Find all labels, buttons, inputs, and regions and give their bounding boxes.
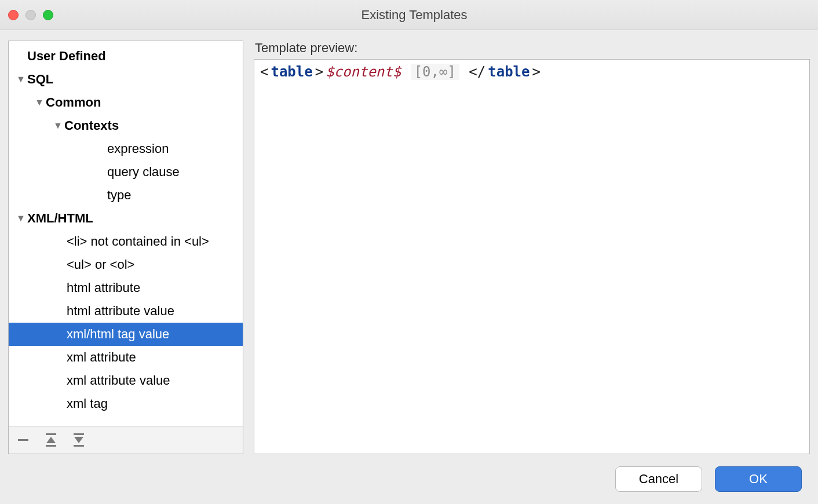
tree-label: SQL xyxy=(27,72,53,87)
collapse-all-icon[interactable] xyxy=(72,433,85,447)
ok-button[interactable]: OK xyxy=(715,466,802,492)
tree-label: query clause xyxy=(107,165,180,180)
window-title: Existing Templates xyxy=(19,8,810,23)
tree-item-sql[interactable]: ▼ SQL xyxy=(9,68,243,91)
tree-item-xml-html-tag-value[interactable]: xml/html tag value xyxy=(9,323,243,346)
dialog-footer: Cancel OK xyxy=(0,454,818,504)
svg-rect-3 xyxy=(46,445,56,447)
preview-label: Template preview: xyxy=(254,41,810,56)
svg-rect-0 xyxy=(18,439,28,441)
tree-label: xml attribute value xyxy=(67,373,170,388)
preview-open-angle: < xyxy=(259,64,269,80)
right-panel: Template preview: <table>$content$ [0,∞]… xyxy=(254,41,810,454)
tree-item-contexts[interactable]: ▼ Contexts xyxy=(9,114,243,137)
tree-label: User Defined xyxy=(27,49,106,64)
tree-item-xml-tag[interactable]: xml tag xyxy=(9,392,243,415)
tree-toolbar xyxy=(8,426,243,454)
tree-item-li-not-in-ul[interactable]: <li> not contained in <ul> xyxy=(9,230,243,253)
tree-label: xml/html tag value xyxy=(67,327,169,342)
close-window-button[interactable] xyxy=(8,10,19,20)
tree-item-user-defined[interactable]: User Defined xyxy=(9,45,243,68)
tree-label: html attribute xyxy=(67,280,140,295)
tree-label: html attribute value xyxy=(67,304,174,319)
svg-rect-4 xyxy=(74,433,84,435)
tree-item-html-attribute-value[interactable]: html attribute value xyxy=(9,300,243,323)
template-tree[interactable]: User Defined ▼ SQL ▼ Common ▼ Contexts xyxy=(8,41,243,426)
chevron-down-icon[interactable]: ▼ xyxy=(52,120,64,131)
preview-box: <table>$content$ [0,∞] </table> xyxy=(254,59,810,454)
preview-close-angle: > xyxy=(314,64,324,80)
preview-end-angle: > xyxy=(531,64,542,80)
chevron-down-icon[interactable]: ▼ xyxy=(14,74,27,85)
svg-marker-5 xyxy=(74,437,83,443)
chevron-down-icon[interactable]: ▼ xyxy=(33,97,46,108)
cancel-button[interactable]: Cancel xyxy=(615,466,702,492)
tree-item-expression[interactable]: expression xyxy=(9,137,243,160)
preview-open-tag: table xyxy=(269,64,313,80)
preview-close-tag: table xyxy=(487,64,531,80)
tree-label: Contexts xyxy=(64,118,119,133)
tree-label: Common xyxy=(46,95,101,110)
remove-icon[interactable] xyxy=(17,434,30,447)
dialog-window: Existing Templates User Defined ▼ SQL ▼ xyxy=(0,0,818,504)
preview-close-open: </ xyxy=(468,64,487,80)
tree-label: <li> not contained in <ul> xyxy=(67,234,209,249)
tree-item-common[interactable]: ▼ Common xyxy=(9,91,243,114)
svg-marker-2 xyxy=(46,437,56,443)
tree-label: xml attribute xyxy=(67,350,136,365)
tree-item-type[interactable]: type xyxy=(9,184,243,207)
svg-rect-1 xyxy=(46,433,56,435)
chevron-down-icon[interactable]: ▼ xyxy=(14,213,27,224)
tree-root: User Defined ▼ SQL ▼ Common ▼ Contexts xyxy=(9,41,243,419)
tree-label: type xyxy=(107,188,132,203)
tree-item-html-attribute[interactable]: html attribute xyxy=(9,276,243,300)
tree-item-query-clause[interactable]: query clause xyxy=(9,160,243,184)
tree-item-xml-attribute-value[interactable]: xml attribute value xyxy=(9,369,243,392)
left-panel: User Defined ▼ SQL ▼ Common ▼ Contexts xyxy=(8,41,243,454)
preview-variable: $content$ xyxy=(324,64,402,80)
tree-label: <ul> or <ol> xyxy=(67,257,134,272)
expand-all-icon[interactable] xyxy=(45,433,57,447)
tree-label: XML/HTML xyxy=(27,211,93,226)
titlebar: Existing Templates xyxy=(0,0,818,30)
tree-item-ul-or-ol[interactable]: <ul> or <ol> xyxy=(9,253,243,276)
tree-label: expression xyxy=(107,141,169,156)
tree-item-xmlhtml[interactable]: ▼ XML/HTML xyxy=(9,207,243,230)
svg-rect-6 xyxy=(74,445,84,447)
tree-label: xml tag xyxy=(67,396,108,411)
dialog-content: User Defined ▼ SQL ▼ Common ▼ Contexts xyxy=(0,30,818,454)
preview-range: [0,∞] xyxy=(411,64,459,80)
tree-item-xml-attribute[interactable]: xml attribute xyxy=(9,346,243,369)
